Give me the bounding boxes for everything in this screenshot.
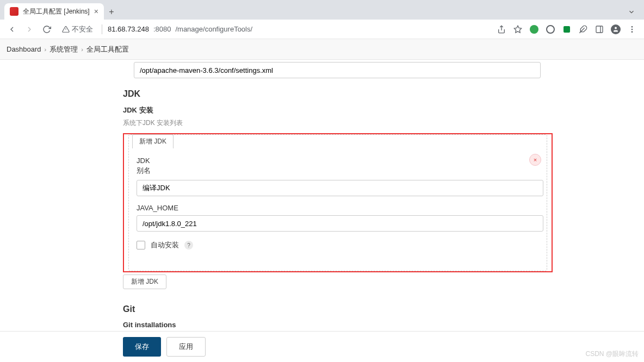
browser-toolbar: 不安全 81.68.73.248:8080/manage/configureTo… <box>0 20 644 39</box>
new-tab-button[interactable]: + <box>104 4 119 20</box>
breadcrumb-dashboard[interactable]: Dashboard <box>7 45 41 53</box>
watermark: CSDN @眼眸流转 <box>585 349 639 359</box>
panel-icon[interactable] <box>592 22 607 37</box>
url-path: /manage/configureTools/ <box>175 25 252 33</box>
browser-tab[interactable]: 全局工具配置 [Jenkins] × <box>4 3 104 20</box>
svg-point-10 <box>631 28 633 30</box>
maven-settings-input[interactable] <box>134 62 541 78</box>
git-section-title: Git <box>123 304 644 314</box>
svg-marker-3 <box>514 26 521 33</box>
green-extension-icon[interactable] <box>527 22 542 37</box>
divider <box>102 24 102 34</box>
browser-tab-strip: 全局工具配置 [Jenkins] × + <box>0 0 644 20</box>
green-square-extension-icon[interactable] <box>559 22 574 37</box>
svg-rect-4 <box>564 26 570 33</box>
jdk-tool-tab: 新增 JDK <box>132 134 174 148</box>
warning-icon <box>62 26 70 33</box>
jdk-install-label: JDK 安装 <box>123 105 644 115</box>
java-home-label: JAVA_HOME <box>137 204 539 212</box>
forward-button[interactable] <box>22 22 37 37</box>
close-tab-icon[interactable]: × <box>94 7 98 16</box>
delete-jdk-button[interactable]: × <box>529 154 541 166</box>
jdk-install-desc: 系统下JDK 安装列表 <box>123 118 644 128</box>
circle-extension-icon[interactable] <box>543 22 558 37</box>
jenkins-favicon <box>10 7 18 16</box>
back-button[interactable] <box>4 22 20 37</box>
bookmark-icon[interactable] <box>510 22 525 37</box>
add-jdk-button[interactable]: 新增 JDK <box>123 274 166 289</box>
jdk-section-title: JDK <box>123 89 644 99</box>
svg-point-9 <box>631 26 633 28</box>
svg-point-8 <box>615 27 617 29</box>
jdk-name-input[interactable] <box>137 180 543 196</box>
chevron-right-icon: › <box>45 46 47 53</box>
svg-point-11 <box>631 31 633 33</box>
breadcrumb: Dashboard › 系统管理 › 全局工具配置 <box>0 39 644 60</box>
url-port: :8080 <box>153 25 171 33</box>
tab-overflow-icon[interactable] <box>623 6 640 20</box>
apply-button[interactable]: 应用 <box>166 337 206 357</box>
breadcrumb-manage[interactable]: 系统管理 <box>49 45 78 54</box>
tab-title: 全局工具配置 [Jenkins] <box>23 7 90 16</box>
security-label: 不安全 <box>72 24 93 34</box>
svg-rect-6 <box>596 26 603 33</box>
extensions-icon[interactable] <box>575 22 591 37</box>
reload-button[interactable] <box>39 22 54 37</box>
help-icon[interactable]: ? <box>184 241 193 249</box>
profile-icon[interactable] <box>608 22 623 37</box>
jdk-name-label: JDK别名 <box>137 156 539 176</box>
chevron-right-icon: › <box>81 46 83 53</box>
auto-install-checkbox[interactable] <box>137 241 145 249</box>
url-host: 81.68.73.248 <box>108 25 149 33</box>
auto-install-label: 自动安装 <box>151 240 179 250</box>
share-icon[interactable] <box>494 22 509 37</box>
breadcrumb-current[interactable]: 全局工具配置 <box>86 45 129 54</box>
java-home-input[interactable] <box>137 215 543 232</box>
menu-icon[interactable] <box>624 22 640 37</box>
security-indicator[interactable]: 不安全 <box>59 24 96 34</box>
git-install-label: Git installations <box>123 321 644 329</box>
save-button[interactable]: 保存 <box>123 337 161 357</box>
bottom-action-bar: 保存 应用 <box>0 331 644 362</box>
address-bar[interactable]: 不安全 81.68.73.248:8080/manage/configureTo… <box>57 22 492 37</box>
main-content: JDK JDK 安装 系统下JDK 安装列表 新增 JDK × JDK别名 JA… <box>0 62 644 362</box>
